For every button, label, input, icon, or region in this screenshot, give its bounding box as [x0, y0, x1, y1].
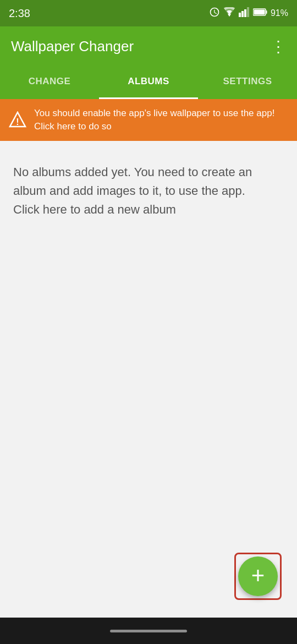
tab-change-label: CHANGE [29, 76, 71, 87]
tab-settings-label: SETTINGS [223, 76, 272, 87]
fab-border: + [234, 553, 282, 600]
tab-change[interactable]: CHANGE [0, 66, 99, 99]
signal-icon [239, 7, 250, 19]
tab-albums[interactable]: ALBUMS [99, 66, 198, 99]
bottom-bar [0, 618, 297, 644]
svg-rect-2 [244, 9, 246, 17]
wifi-icon [223, 7, 235, 19]
plus-icon: + [251, 564, 265, 587]
alarm-icon [209, 7, 220, 20]
tab-settings[interactable]: SETTINGS [198, 66, 297, 99]
svg-rect-1 [241, 11, 244, 17]
fab-container: + [234, 553, 282, 600]
app-title: Wallpaper Changer [11, 38, 134, 55]
main-content[interactable]: No albums added yet. You need to create … [0, 141, 297, 230]
battery-percent: 91% [271, 8, 288, 18]
add-album-button[interactable]: + [238, 556, 278, 596]
svg-rect-0 [239, 13, 241, 17]
status-time: 2:38 [9, 7, 30, 20]
tab-albums-label: ALBUMS [128, 76, 169, 87]
svg-rect-6 [254, 10, 265, 15]
warning-text: You should enable the app's live wallpap… [34, 107, 288, 133]
status-bar: 2:38 [0, 0, 297, 26]
tabs-bar: CHANGE ALBUMS SETTINGS [0, 66, 297, 99]
warning-banner[interactable]: ! You should enable the app's live wallp… [0, 99, 297, 141]
status-icons: 91% [209, 7, 288, 20]
empty-albums-message[interactable]: No albums added yet. You need to create … [13, 163, 284, 219]
home-indicator [110, 630, 187, 632]
battery-icon [253, 8, 267, 18]
svg-rect-5 [266, 10, 267, 14]
svg-text:!: ! [16, 117, 19, 127]
warning-icon: ! [9, 111, 26, 129]
more-options-icon[interactable]: ⋮ [271, 37, 286, 56]
svg-rect-3 [247, 7, 249, 17]
app-bar: Wallpaper Changer ⋮ [0, 26, 297, 66]
